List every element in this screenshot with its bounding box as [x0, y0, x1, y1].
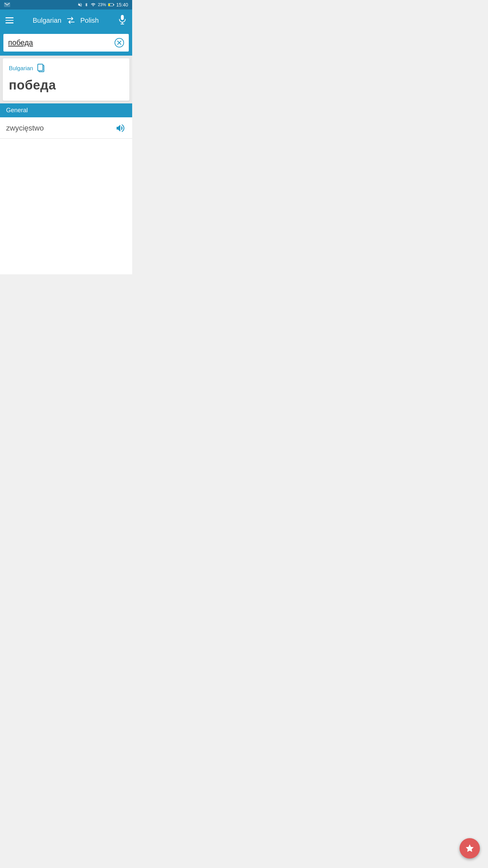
svg-rect-11	[38, 64, 43, 71]
empty-space	[0, 139, 132, 274]
section-label: General	[6, 107, 28, 114]
translation-card: Bulgarian победа	[3, 58, 129, 101]
target-language-button[interactable]: Polish	[80, 17, 99, 24]
nav-bar: Bulgarian Polish	[0, 9, 132, 31]
time-display: 15:40	[116, 2, 128, 7]
status-bar: 23% 15:40	[0, 0, 132, 9]
gmail-icon	[4, 2, 10, 7]
source-language-button[interactable]: Bulgarian	[33, 17, 62, 24]
mute-icon	[78, 2, 82, 7]
result-row: zwycięstwo	[0, 117, 132, 139]
search-box	[3, 34, 129, 52]
menu-button[interactable]	[5, 17, 14, 23]
microphone-button[interactable]	[118, 15, 127, 26]
content-area: Bulgarian победа	[0, 56, 132, 103]
card-header: Bulgarian	[9, 64, 123, 73]
bluetooth-icon	[84, 2, 88, 7]
svg-rect-4	[121, 15, 124, 20]
copy-button[interactable]	[37, 64, 45, 73]
clear-button[interactable]	[115, 38, 124, 47]
status-bar-right: 23% 15:40	[78, 2, 128, 7]
translated-word: zwycięstwo	[6, 124, 44, 133]
play-sound-button[interactable]	[116, 123, 126, 133]
search-input[interactable]	[8, 38, 111, 47]
svg-rect-3	[108, 4, 110, 6]
result-area: zwycięstwo	[0, 117, 132, 139]
signal-icon	[90, 2, 96, 7]
status-bar-left	[4, 2, 10, 7]
nav-center: Bulgarian Polish	[14, 17, 118, 24]
source-word: победа	[9, 78, 123, 93]
battery-icon	[108, 3, 114, 7]
swap-languages-button[interactable]	[66, 17, 76, 24]
section-header: General	[0, 103, 132, 117]
battery-percentage: 23%	[98, 2, 106, 7]
card-language-label: Bulgarian	[9, 65, 33, 72]
svg-rect-2	[114, 4, 114, 5]
search-container	[0, 31, 132, 56]
